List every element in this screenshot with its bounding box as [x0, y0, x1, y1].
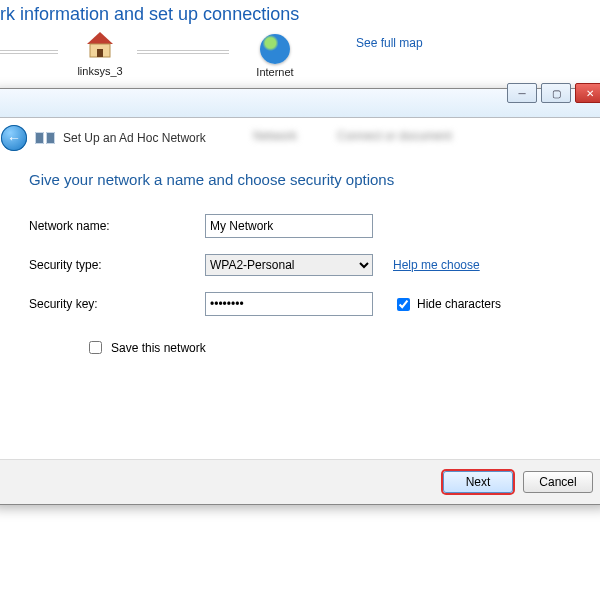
minimize-button[interactable]: ─ — [507, 83, 537, 103]
titlebar: ─ ▢ ✕ — [0, 89, 600, 118]
save-network-label: Save this network — [111, 341, 206, 355]
adhoc-wizard-window: ─ ▢ ✕ NetworkConnect or document ← Set U… — [0, 88, 600, 505]
security-key-input[interactable] — [205, 292, 373, 316]
node-internet-label: Internet — [245, 66, 305, 78]
help-me-choose-link[interactable]: Help me choose — [393, 258, 480, 272]
security-type-select[interactable]: WPA2-Personal — [205, 254, 373, 276]
network-name-input[interactable] — [205, 214, 373, 238]
node-router[interactable]: linksys_3 — [70, 30, 130, 77]
wizard-footer: Next Cancel — [0, 459, 600, 504]
hide-characters-label: Hide characters — [417, 297, 501, 311]
security-type-label: Security type: — [29, 258, 205, 272]
network-center-heading: rk information and set up connections — [0, 4, 299, 25]
security-key-label: Security key: — [29, 297, 205, 311]
next-button[interactable]: Next — [443, 471, 513, 493]
node-router-label: linksys_3 — [70, 65, 130, 77]
see-full-map-link[interactable]: See full map — [356, 36, 423, 50]
globe-icon — [260, 34, 290, 64]
close-button[interactable]: ✕ — [575, 83, 600, 103]
adhoc-icon — [35, 132, 55, 144]
svg-rect-2 — [97, 49, 103, 57]
save-network-checkbox[interactable] — [89, 341, 102, 354]
arrow-left-icon: ← — [7, 130, 21, 146]
wizard-title: Set Up an Ad Hoc Network — [63, 131, 206, 145]
back-button[interactable]: ← — [1, 125, 27, 151]
hide-characters-checkbox[interactable] — [397, 298, 410, 311]
svg-marker-0 — [87, 32, 113, 44]
cancel-button[interactable]: Cancel — [523, 471, 593, 493]
maximize-button[interactable]: ▢ — [541, 83, 571, 103]
network-name-label: Network name: — [29, 219, 205, 233]
house-icon — [83, 30, 117, 60]
node-internet[interactable]: Internet — [245, 30, 305, 78]
wizard-heading: Give your network a name and choose secu… — [29, 171, 577, 188]
network-map-row: linksys_3 Internet See full map — [0, 30, 600, 85]
blurred-background-text: NetworkConnect or document — [253, 121, 600, 151]
